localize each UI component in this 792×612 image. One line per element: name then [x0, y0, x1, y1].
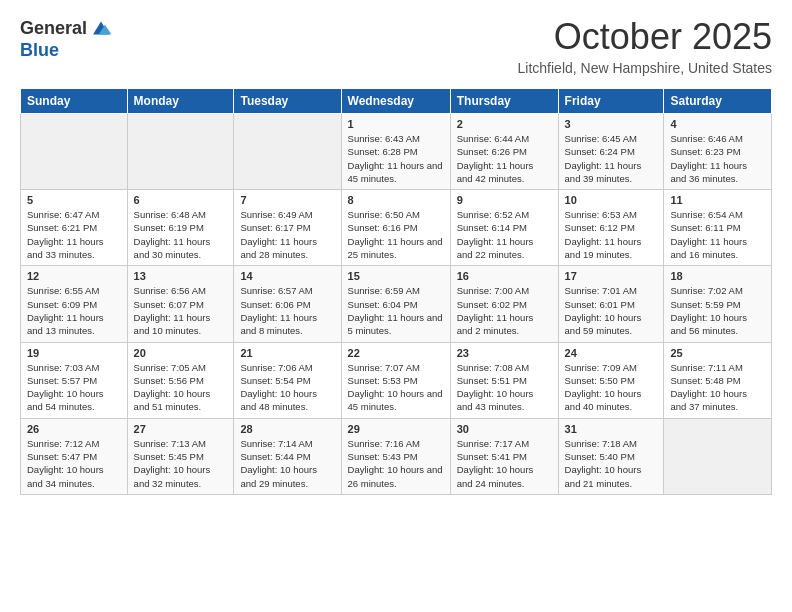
calendar-cell: 26Sunrise: 7:12 AM Sunset: 5:47 PM Dayli…	[21, 418, 128, 494]
calendar-cell: 9Sunrise: 6:52 AM Sunset: 6:14 PM Daylig…	[450, 190, 558, 266]
weekday-header: Thursday	[450, 89, 558, 114]
calendar-table: SundayMondayTuesdayWednesdayThursdayFrid…	[20, 88, 772, 495]
day-number: 24	[565, 347, 658, 359]
logo-general-text: General	[20, 18, 87, 39]
calendar-cell: 31Sunrise: 7:18 AM Sunset: 5:40 PM Dayli…	[558, 418, 664, 494]
calendar-cell: 7Sunrise: 6:49 AM Sunset: 6:17 PM Daylig…	[234, 190, 341, 266]
day-number: 15	[348, 270, 444, 282]
weekday-header: Tuesday	[234, 89, 341, 114]
calendar-cell: 20Sunrise: 7:05 AM Sunset: 5:56 PM Dayli…	[127, 342, 234, 418]
weekday-header: Friday	[558, 89, 664, 114]
day-number: 29	[348, 423, 444, 435]
calendar-cell: 15Sunrise: 6:59 AM Sunset: 6:04 PM Dayli…	[341, 266, 450, 342]
day-info: Sunrise: 6:52 AM Sunset: 6:14 PM Dayligh…	[457, 208, 552, 261]
day-info: Sunrise: 6:48 AM Sunset: 6:19 PM Dayligh…	[134, 208, 228, 261]
day-info: Sunrise: 7:08 AM Sunset: 5:51 PM Dayligh…	[457, 361, 552, 414]
calendar-cell: 12Sunrise: 6:55 AM Sunset: 6:09 PM Dayli…	[21, 266, 128, 342]
day-number: 18	[670, 270, 765, 282]
calendar-cell: 25Sunrise: 7:11 AM Sunset: 5:48 PM Dayli…	[664, 342, 772, 418]
day-number: 5	[27, 194, 121, 206]
day-number: 13	[134, 270, 228, 282]
day-info: Sunrise: 6:45 AM Sunset: 6:24 PM Dayligh…	[565, 132, 658, 185]
day-info: Sunrise: 6:55 AM Sunset: 6:09 PM Dayligh…	[27, 284, 121, 337]
day-number: 9	[457, 194, 552, 206]
calendar-cell: 19Sunrise: 7:03 AM Sunset: 5:57 PM Dayli…	[21, 342, 128, 418]
day-info: Sunrise: 7:11 AM Sunset: 5:48 PM Dayligh…	[670, 361, 765, 414]
day-number: 14	[240, 270, 334, 282]
day-number: 22	[348, 347, 444, 359]
day-info: Sunrise: 7:09 AM Sunset: 5:50 PM Dayligh…	[565, 361, 658, 414]
day-number: 3	[565, 118, 658, 130]
day-info: Sunrise: 7:03 AM Sunset: 5:57 PM Dayligh…	[27, 361, 121, 414]
calendar-cell: 4Sunrise: 6:46 AM Sunset: 6:23 PM Daylig…	[664, 114, 772, 190]
day-info: Sunrise: 6:44 AM Sunset: 6:26 PM Dayligh…	[457, 132, 552, 185]
day-info: Sunrise: 7:05 AM Sunset: 5:56 PM Dayligh…	[134, 361, 228, 414]
logo-icon	[89, 16, 113, 40]
logo: General Blue	[20, 16, 113, 61]
day-number: 2	[457, 118, 552, 130]
calendar-cell: 22Sunrise: 7:07 AM Sunset: 5:53 PM Dayli…	[341, 342, 450, 418]
calendar-cell: 21Sunrise: 7:06 AM Sunset: 5:54 PM Dayli…	[234, 342, 341, 418]
day-info: Sunrise: 7:12 AM Sunset: 5:47 PM Dayligh…	[27, 437, 121, 490]
day-info: Sunrise: 6:59 AM Sunset: 6:04 PM Dayligh…	[348, 284, 444, 337]
day-number: 10	[565, 194, 658, 206]
day-info: Sunrise: 7:07 AM Sunset: 5:53 PM Dayligh…	[348, 361, 444, 414]
calendar-cell: 27Sunrise: 7:13 AM Sunset: 5:45 PM Dayli…	[127, 418, 234, 494]
calendar-cell: 11Sunrise: 6:54 AM Sunset: 6:11 PM Dayli…	[664, 190, 772, 266]
calendar-cell: 17Sunrise: 7:01 AM Sunset: 6:01 PM Dayli…	[558, 266, 664, 342]
day-info: Sunrise: 6:56 AM Sunset: 6:07 PM Dayligh…	[134, 284, 228, 337]
day-info: Sunrise: 7:14 AM Sunset: 5:44 PM Dayligh…	[240, 437, 334, 490]
day-info: Sunrise: 7:00 AM Sunset: 6:02 PM Dayligh…	[457, 284, 552, 337]
day-info: Sunrise: 6:49 AM Sunset: 6:17 PM Dayligh…	[240, 208, 334, 261]
day-number: 21	[240, 347, 334, 359]
weekday-header: Wednesday	[341, 89, 450, 114]
day-info: Sunrise: 7:13 AM Sunset: 5:45 PM Dayligh…	[134, 437, 228, 490]
day-info: Sunrise: 6:54 AM Sunset: 6:11 PM Dayligh…	[670, 208, 765, 261]
calendar-week-row: 5Sunrise: 6:47 AM Sunset: 6:21 PM Daylig…	[21, 190, 772, 266]
day-number: 25	[670, 347, 765, 359]
day-info: Sunrise: 7:17 AM Sunset: 5:41 PM Dayligh…	[457, 437, 552, 490]
weekday-header: Sunday	[21, 89, 128, 114]
day-info: Sunrise: 7:06 AM Sunset: 5:54 PM Dayligh…	[240, 361, 334, 414]
day-number: 31	[565, 423, 658, 435]
calendar-cell	[21, 114, 128, 190]
calendar-cell	[664, 418, 772, 494]
day-number: 11	[670, 194, 765, 206]
calendar-cell: 1Sunrise: 6:43 AM Sunset: 6:28 PM Daylig…	[341, 114, 450, 190]
day-info: Sunrise: 6:53 AM Sunset: 6:12 PM Dayligh…	[565, 208, 658, 261]
calendar-cell: 29Sunrise: 7:16 AM Sunset: 5:43 PM Dayli…	[341, 418, 450, 494]
day-number: 23	[457, 347, 552, 359]
calendar-week-row: 12Sunrise: 6:55 AM Sunset: 6:09 PM Dayli…	[21, 266, 772, 342]
calendar-cell: 24Sunrise: 7:09 AM Sunset: 5:50 PM Dayli…	[558, 342, 664, 418]
day-info: Sunrise: 6:57 AM Sunset: 6:06 PM Dayligh…	[240, 284, 334, 337]
day-info: Sunrise: 7:16 AM Sunset: 5:43 PM Dayligh…	[348, 437, 444, 490]
day-number: 12	[27, 270, 121, 282]
header-row: SundayMondayTuesdayWednesdayThursdayFrid…	[21, 89, 772, 114]
calendar-cell: 18Sunrise: 7:02 AM Sunset: 5:59 PM Dayli…	[664, 266, 772, 342]
calendar-week-row: 1Sunrise: 6:43 AM Sunset: 6:28 PM Daylig…	[21, 114, 772, 190]
day-number: 16	[457, 270, 552, 282]
day-number: 6	[134, 194, 228, 206]
weekday-header: Monday	[127, 89, 234, 114]
day-info: Sunrise: 7:18 AM Sunset: 5:40 PM Dayligh…	[565, 437, 658, 490]
calendar-cell: 30Sunrise: 7:17 AM Sunset: 5:41 PM Dayli…	[450, 418, 558, 494]
day-number: 27	[134, 423, 228, 435]
calendar-cell: 5Sunrise: 6:47 AM Sunset: 6:21 PM Daylig…	[21, 190, 128, 266]
title-block: October 2025 Litchfield, New Hampshire, …	[518, 16, 772, 76]
day-info: Sunrise: 6:46 AM Sunset: 6:23 PM Dayligh…	[670, 132, 765, 185]
calendar-cell: 28Sunrise: 7:14 AM Sunset: 5:44 PM Dayli…	[234, 418, 341, 494]
calendar-cell: 8Sunrise: 6:50 AM Sunset: 6:16 PM Daylig…	[341, 190, 450, 266]
calendar-cell: 2Sunrise: 6:44 AM Sunset: 6:26 PM Daylig…	[450, 114, 558, 190]
weekday-header: Saturday	[664, 89, 772, 114]
day-number: 17	[565, 270, 658, 282]
calendar-cell	[127, 114, 234, 190]
location: Litchfield, New Hampshire, United States	[518, 60, 772, 76]
day-number: 26	[27, 423, 121, 435]
day-info: Sunrise: 7:01 AM Sunset: 6:01 PM Dayligh…	[565, 284, 658, 337]
day-info: Sunrise: 6:50 AM Sunset: 6:16 PM Dayligh…	[348, 208, 444, 261]
calendar-week-row: 26Sunrise: 7:12 AM Sunset: 5:47 PM Dayli…	[21, 418, 772, 494]
day-number: 7	[240, 194, 334, 206]
calendar-cell	[234, 114, 341, 190]
header: General Blue October 2025 Litchfield, Ne…	[20, 16, 772, 76]
page-container: General Blue October 2025 Litchfield, Ne…	[0, 0, 792, 511]
